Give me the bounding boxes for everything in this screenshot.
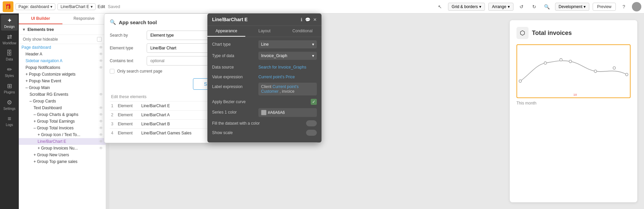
tree-item[interactable]: + Group New Users (19, 152, 106, 158)
fill-dataset-toggle[interactable] (306, 120, 317, 126)
sidebar-item-design[interactable]: ✦ Design (1, 15, 18, 31)
result-type: Element (118, 131, 141, 135)
avatar[interactable] (632, 2, 641, 11)
tree-item[interactable]: – Group Total Invoices 👁 (19, 125, 106, 131)
only-current-checkbox[interactable] (110, 69, 114, 74)
eye-icon[interactable]: 👁 (99, 58, 103, 63)
chevron-down-icon: ▾ (312, 53, 314, 58)
svg-point-3 (569, 60, 572, 63)
help-icon[interactable]: ? (619, 2, 629, 11)
result-num: 3 (111, 122, 118, 126)
info-icon[interactable]: ℹ (301, 17, 302, 22)
sidebar-item-settings[interactable]: ⚙ Settings (1, 97, 18, 113)
redo-icon[interactable]: ↻ (530, 2, 539, 11)
eye-icon[interactable]: 👁 (99, 106, 103, 110)
tab-appearance[interactable]: Appearance (207, 26, 245, 37)
sidebar-item-styles[interactable]: ✏ Styles (1, 64, 18, 80)
tree-item[interactable]: Sidebar navigation A 👁 (19, 57, 106, 64)
eye-icon[interactable]: 👁 (99, 146, 103, 151)
tab-responsive[interactable]: Responsive (62, 13, 106, 24)
color-swatch (261, 110, 266, 115)
sidebar-item-logs[interactable]: ≡ Logs (1, 113, 18, 129)
eye-icon[interactable]: 👁 (99, 112, 103, 117)
saved-label: Saved (108, 4, 120, 9)
prop-chart-type: Chart type Line ▾ (212, 40, 317, 48)
eye-icon[interactable]: 👁 (99, 45, 103, 50)
bezier-checkbox[interactable]: ✓ (311, 99, 317, 105)
show-scale-toggle[interactable] (306, 130, 317, 136)
tree-item[interactable]: – Group Main (19, 84, 106, 91)
sidebar-item-label: Data (6, 57, 13, 61)
value-expression-link[interactable]: Current point's Price (258, 75, 295, 79)
contains-text-label: Contains text (110, 58, 143, 63)
tree-item[interactable]: + Popup Customize widgets (19, 71, 106, 78)
card-icon: ⬡ (516, 27, 529, 39)
properties-panel: Line/BarChart E ℹ 💬 ✕ Appearance Layout … (207, 13, 321, 142)
tree-item[interactable]: + Popup New Event (19, 78, 106, 84)
chart-type-select[interactable]: Line ▾ (258, 40, 317, 48)
prop-label: Show scale (212, 130, 303, 135)
tree-item-selected[interactable]: Line/BarChart E 👁 (19, 138, 106, 145)
data-source-link[interactable]: Search for Invoice_Graphs (258, 65, 306, 70)
close-icon[interactable]: ✕ (313, 17, 317, 22)
main-layout: ✦ Design ⇄ Workflow 🗄 Data ✏ Styles ⊞ Pl… (0, 13, 644, 209)
only-show-label: Only show hideable (23, 37, 58, 42)
tree-item[interactable]: Header A 👁 (19, 51, 106, 57)
eye-icon[interactable]: 👁 (99, 52, 103, 56)
preview-btn[interactable]: Preview (593, 3, 616, 11)
tree-item[interactable]: Popup Notifications 👁 (19, 64, 106, 71)
chevron-down-icon: ▾ (50, 4, 52, 9)
development-btn[interactable]: Development ▾ (555, 3, 590, 11)
color-picker[interactable]: #A6A6A6 (258, 108, 317, 117)
eye-icon[interactable]: 👁 (99, 65, 103, 70)
styles-icon: ✏ (7, 66, 12, 73)
tree-collapse-icon[interactable]: ▾ (23, 27, 25, 32)
props-tabs: Appearance Layout Conditional (207, 26, 321, 37)
tree-item[interactable]: – Group Charts & graphs 👁 (19, 111, 106, 118)
tree-item[interactable]: – Group Cards (19, 98, 106, 104)
cursor-icon[interactable]: ↖ (435, 2, 445, 11)
sidebar-item-workflow[interactable]: ⇄ Workflow (1, 31, 18, 47)
sidebar-item-data[interactable]: 🗄 Data (1, 48, 18, 63)
prop-label-expression: Label expression Client Current point's … (212, 83, 317, 95)
eye-icon[interactable]: 👁 (99, 126, 103, 130)
edit-label: Edit (98, 4, 105, 9)
tab-conditional[interactable]: Conditional (284, 26, 321, 37)
grid-borders-btn[interactable]: Grid & borders ▾ (448, 3, 485, 11)
only-show-checkbox[interactable] (97, 37, 102, 42)
tree-item[interactable]: Page dashboard 👁 (19, 44, 106, 51)
arrange-btn[interactable]: Arrange ▾ (488, 3, 513, 11)
prop-label: Series 1 color (212, 108, 256, 115)
tree-item[interactable]: + Group Invoices Nu... 👁 (19, 145, 106, 152)
tab-ui-builder[interactable]: UI Builder (19, 13, 62, 24)
tree-item[interactable]: Scrollbar RG Envents 👁 (19, 91, 106, 98)
prop-label: Type of data (212, 52, 256, 58)
tree-item[interactable]: + Group Top game sales (19, 158, 106, 165)
plugins-icon: ⊞ (7, 82, 12, 90)
type-of-data-select[interactable]: Invoice_Graph ▾ (258, 52, 317, 60)
prop-bezier: Apply Bezier curve ✓ (212, 99, 317, 105)
element-selector[interactable]: Line/BarChart E ▾ (57, 3, 95, 10)
eye-icon[interactable]: 👁 (99, 119, 103, 124)
color-value: #A6A6A6 (268, 110, 285, 115)
svg-point-1 (544, 62, 546, 65)
tree-item[interactable]: Text Dashboard 👁 (19, 104, 106, 111)
page-selector[interactable]: Page: dashboard ▾ (15, 3, 55, 10)
sidebar-item-plugins[interactable]: ⊞ Plugins (1, 80, 18, 96)
search-icon[interactable]: 🔍 (542, 2, 552, 11)
eye-icon[interactable]: 👁 (99, 92, 103, 97)
chart-svg: 10 (517, 45, 630, 97)
gift-icon[interactable]: 🎁 (3, 1, 13, 12)
tree-item[interactable]: + Group Total Earnings 👁 (19, 118, 106, 125)
result-num: 2 (111, 113, 118, 117)
data-icon: 🗄 (6, 50, 12, 57)
comment-icon[interactable]: 💬 (305, 17, 310, 22)
result-type: Element (118, 122, 141, 126)
eye-icon[interactable]: 👁 (99, 132, 103, 137)
tree-item[interactable]: + Group Icon / Text To... 👁 (19, 131, 106, 138)
eye-icon[interactable]: 👁 (99, 139, 103, 144)
tab-layout[interactable]: Layout (245, 26, 283, 37)
results-header-label: Edit these elements (111, 94, 146, 99)
chevron-down-icon: ▾ (312, 42, 314, 47)
undo-icon[interactable]: ↺ (517, 2, 526, 11)
